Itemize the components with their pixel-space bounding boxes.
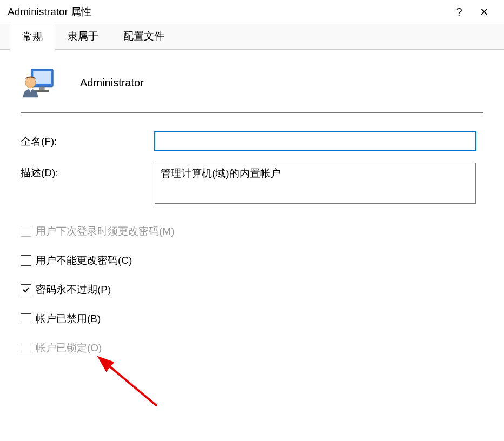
checkbox-group: 用户下次登录时须更改密码(M) 用户不能更改密码(C) 密码永不过期(P) 帐户…	[21, 224, 483, 355]
checkbox-label: 用户下次登录时须更改密码(M)	[36, 224, 174, 238]
checkbox-account-locked: 帐户已锁定(O)	[21, 341, 483, 355]
checkbox-box-icon	[21, 226, 31, 237]
tab-profile[interactable]: 配置文件	[111, 23, 177, 49]
window-title: Administrator 属性	[8, 5, 447, 19]
tab-bar: 常规 隶属于 配置文件	[0, 24, 504, 50]
checkbox-box-icon	[21, 313, 31, 324]
description-label: 描述(D):	[21, 163, 155, 180]
user-name-label: Administrator	[80, 77, 144, 89]
checkbox-label: 用户不能更改密码(C)	[36, 253, 132, 268]
checkbox-label: 密码永不过期(P)	[36, 283, 111, 297]
close-button[interactable]: ✕	[472, 5, 496, 18]
checkbox-box-icon	[21, 255, 31, 266]
fullname-input[interactable]	[155, 131, 476, 151]
checkbox-label: 帐户已锁定(O)	[36, 341, 102, 355]
checkbox-password-never-expires[interactable]: 密码永不过期(P)	[21, 283, 483, 297]
checkbox-label: 帐户已禁用(B)	[36, 312, 101, 326]
svg-rect-2	[39, 87, 45, 90]
checkbox-box-icon	[21, 284, 31, 295]
tab-general[interactable]: 常规	[10, 24, 55, 50]
divider	[21, 112, 483, 113]
checkbox-account-disabled[interactable]: 帐户已禁用(B)	[21, 312, 483, 326]
checkbox-must-change-password: 用户下次登录时须更改密码(M)	[21, 224, 483, 238]
fullname-row: 全名(F):	[21, 131, 483, 151]
titlebar: Administrator 属性 ? ✕	[0, 0, 504, 24]
description-row: 描述(D): 管理计算机(域)的内置帐户	[21, 163, 483, 204]
description-input[interactable]: 管理计算机(域)的内置帐户	[155, 163, 476, 204]
user-icon	[22, 66, 55, 99]
user-header: Administrator	[21, 66, 483, 99]
checkbox-box-icon	[21, 343, 31, 353]
help-button[interactable]: ?	[447, 6, 472, 18]
checkbox-cannot-change-password[interactable]: 用户不能更改密码(C)	[21, 253, 483, 268]
tab-content-general: Administrator 全名(F): 描述(D): 管理计算机(域)的内置帐…	[0, 50, 504, 376]
svg-point-4	[25, 77, 36, 88]
tab-memberof[interactable]: 隶属于	[55, 23, 111, 49]
svg-rect-3	[35, 90, 49, 92]
fullname-label: 全名(F):	[21, 131, 155, 149]
